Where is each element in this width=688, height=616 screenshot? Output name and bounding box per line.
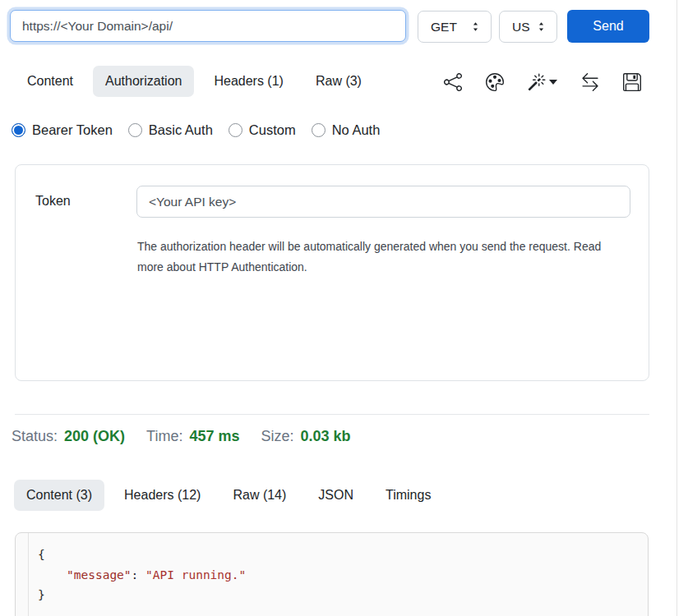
tab-headers[interactable]: Headers (1) <box>201 66 295 97</box>
radio-label: Bearer Token <box>32 122 113 138</box>
size-label: Size: <box>261 428 293 445</box>
radio-label: No Auth <box>332 122 381 138</box>
auth-type-options: Bearer Token Basic Auth Custom No Auth <box>12 122 380 138</box>
url-input[interactable] <box>10 10 406 42</box>
region-select[interactable]: US <box>499 11 557 43</box>
radio-selected-icon <box>12 123 25 137</box>
json-string-value: "API running." <box>145 568 246 582</box>
method-select-value: GET <box>431 20 457 34</box>
json-key: "message" <box>67 568 132 582</box>
radio-bearer-token[interactable]: Bearer Token <box>12 122 113 138</box>
tab-raw[interactable]: Raw (3) <box>303 66 374 97</box>
chevron-updown-icon <box>470 21 481 32</box>
tab-content[interactable]: Content <box>15 66 85 97</box>
token-label: Token <box>35 194 71 209</box>
response-tabs: Content (3) Headers (12) Raw (14) JSON T… <box>14 480 443 511</box>
method-select[interactable]: GET <box>418 11 492 43</box>
code-line: { <box>38 545 648 565</box>
radio-label: Basic Auth <box>149 122 213 138</box>
tab-response-raw[interactable]: Raw (14) <box>220 480 298 511</box>
radio-unselected-icon <box>128 123 142 137</box>
response-body-viewer: { "message": "API running." } <box>15 532 649 616</box>
time-value: 457 ms <box>189 428 239 445</box>
status-label: Status: <box>12 428 58 445</box>
tab-response-headers[interactable]: Headers (12) <box>112 480 213 511</box>
magic-wand-dropdown-icon[interactable] <box>528 73 557 91</box>
api-client-app: GET US Send Content Authorization Header… <box>0 0 688 616</box>
radio-unselected-icon <box>229 123 242 137</box>
request-tabs: Content Authorization Headers (1) Raw (3… <box>15 66 374 97</box>
share-icon[interactable] <box>444 73 462 91</box>
tab-response-content[interactable]: Content (3) <box>14 480 104 511</box>
caret-down-icon <box>549 80 557 85</box>
json-colon: : <box>132 568 145 582</box>
response-status-bar: Status: 200 (OK) Time: 457 ms Size: 0.03… <box>12 428 351 445</box>
radio-label: Custom <box>249 122 296 138</box>
region-select-value: US <box>512 20 530 34</box>
token-input[interactable] <box>136 186 630 218</box>
code-line: "message": "API running." <box>38 565 648 586</box>
palette-icon[interactable] <box>486 73 504 91</box>
tab-response-json[interactable]: JSON <box>306 480 366 511</box>
radio-no-auth[interactable]: No Auth <box>312 122 381 138</box>
toolbar <box>444 73 641 91</box>
section-divider <box>15 414 649 415</box>
code-line: } <box>38 585 648 605</box>
radio-custom[interactable]: Custom <box>229 122 296 138</box>
chevron-updown-icon <box>536 21 547 32</box>
swap-arrows-icon[interactable] <box>581 73 599 91</box>
tab-authorization[interactable]: Authorization <box>93 66 194 97</box>
page-scrollbar[interactable] <box>676 0 688 616</box>
token-help-text: The authorization header will be automat… <box>137 237 630 278</box>
send-button[interactable]: Send <box>567 10 649 43</box>
save-icon[interactable] <box>623 73 641 91</box>
time-label: Time: <box>146 428 182 445</box>
radio-unselected-icon <box>312 123 326 137</box>
status-value: 200 (OK) <box>64 428 125 445</box>
authorization-panel: Token The authorization header will be a… <box>15 164 649 381</box>
size-value: 0.03 kb <box>301 428 351 445</box>
radio-basic-auth[interactable]: Basic Auth <box>128 122 213 138</box>
response-json-code: { "message": "API running." } <box>16 533 648 605</box>
tab-response-timings[interactable]: Timings <box>373 480 443 511</box>
